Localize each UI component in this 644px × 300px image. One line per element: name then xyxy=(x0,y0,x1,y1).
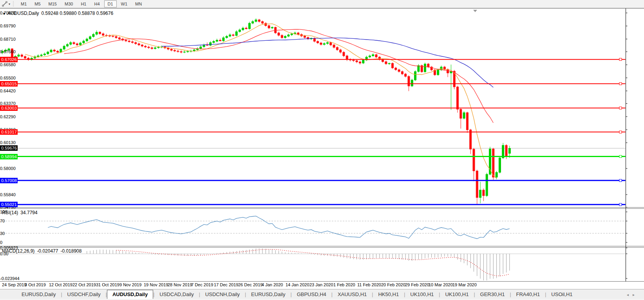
price-tick-label: 0.55840 xyxy=(0,192,17,197)
price-tick-label: 0.68710 xyxy=(0,36,17,42)
price-tick-label: 0.62290 xyxy=(0,114,17,119)
hline-price-tag: 0.67026 xyxy=(0,57,18,62)
date-label: 11 Feb 2020 xyxy=(357,282,381,287)
chart-region: ▼AUDUSD,Daily0.59248 0.59880 0.58878 0.5… xyxy=(0,0,644,300)
chart-tab-usdcnh-daily[interactable]: USDCNH,Daily xyxy=(200,290,245,299)
price-tick-label: 0.69790 xyxy=(0,23,17,29)
chart-tab-gbpusd-h4[interactable]: GBPUSD,H4 xyxy=(292,290,331,299)
chart-tab-usoil-h1[interactable]: USOil,H1 xyxy=(546,290,577,299)
trading-terminal: ▾ M1M5M15M30H1H4D1W1MN ▼AUDUSD,Daily0.59… xyxy=(0,0,644,300)
chart-tab-eurusd-daily[interactable]: EURUSD,Daily xyxy=(246,290,290,299)
chart-canvas[interactable] xyxy=(0,9,626,282)
macd-tick-label: -0.023944 xyxy=(0,276,17,281)
price-tick-label: 0.58000 xyxy=(0,166,17,171)
symbol-tabbar: EURUSD,Daily|USDCHF,Daily|AUDUSD,Daily|U… xyxy=(0,289,644,299)
price-tick-label: 0.66580 xyxy=(0,62,17,67)
chart-tab-ger30-h1[interactable]: GER30,H1 xyxy=(475,290,510,299)
hline-price-tag: 0.55021 xyxy=(0,202,18,207)
chart-tab-uk100-h1[interactable]: UK100,H1 xyxy=(440,290,474,299)
date-label: 23 Jan 2020 xyxy=(309,282,333,287)
macd-pane-label: MACD(12,26,9)-0.020477-0.018908 xyxy=(2,248,81,254)
chart-tab-hk50-h1[interactable]: HK50,H1 xyxy=(373,290,404,299)
date-label: 14 Jan 2020 xyxy=(286,282,309,287)
chart-tab-eurusd-daily[interactable]: EURUSD,Daily xyxy=(16,290,61,299)
chart-tab-usdcad-daily[interactable]: USDCAD,Daily xyxy=(154,290,199,299)
tab-scroll-arrows: ◂▸ xyxy=(627,293,639,299)
symbol-collapse-icon[interactable]: ▼ xyxy=(2,12,6,16)
date-label: 1 Feb 2020 xyxy=(333,282,355,287)
scroll-left-icon[interactable]: ◂ xyxy=(627,293,633,297)
chart-tab-audusd-daily[interactable]: AUDUSD,Daily xyxy=(107,290,153,299)
chart-ohlc-values: 0.59248 0.59880 0.58878 0.59676 xyxy=(42,11,114,16)
price-tick-label: 0.60130 xyxy=(0,140,17,145)
date-label: 10 Mar 2020 xyxy=(429,282,453,287)
date-label: 17 Dec 2019 xyxy=(214,282,238,287)
macd-indicator-name: MACD(12,26,9) xyxy=(2,248,34,254)
rsi-tick-label: 0 xyxy=(0,240,17,245)
rsi-tick-label: 30 xyxy=(0,231,17,236)
chart-title: ▼AUDUSD,Daily0.59248 0.59880 0.58878 0.5… xyxy=(2,11,113,16)
date-label: 26 Dec 2019 xyxy=(238,282,262,287)
price-tick-label: 0.67660 xyxy=(0,49,17,54)
rsi-tick-label: 70 xyxy=(0,218,17,224)
date-label: 20 Feb 2020 xyxy=(381,282,405,287)
chart-tab-usdchf-daily[interactable]: USDCHF,Daily xyxy=(62,290,106,299)
rsi-pane-label: RSI(14)34.7794 xyxy=(2,210,38,215)
current-price-tag: 0.59676 xyxy=(0,145,18,151)
date-label: 3 Oct 2019 xyxy=(25,282,46,287)
chart-tab-uk100-h1[interactable]: UK100,H1 xyxy=(405,290,439,299)
chart-symbol: AUDUSD,Daily xyxy=(7,11,39,16)
macd-main-value: -0.020477 xyxy=(37,248,58,254)
hline-price-tag: 0.58994 xyxy=(0,154,18,159)
date-label: 22 Oct 2019 xyxy=(72,282,96,287)
hline-price-tag: 0.65015 xyxy=(0,81,18,87)
date-label: 12 Oct 2019 xyxy=(49,282,72,287)
hline-price-tag: 0.57008 xyxy=(0,178,18,183)
date-label: 7 Dec 2019 xyxy=(191,282,213,287)
rsi-value: 34.7794 xyxy=(20,210,37,215)
date-label: 9 Nov 2019 xyxy=(119,282,141,287)
symbol-tabs: EURUSD,Daily|USDCHF,Daily|AUDUSD,Daily|U… xyxy=(16,290,578,299)
date-label: 19 Nov 2019 xyxy=(144,282,168,287)
date-label: 4 Jan 2020 xyxy=(262,282,283,287)
chart-tab-fra40-h1[interactable]: FRA40,H1 xyxy=(511,290,545,299)
scroll-right-icon[interactable]: ▸ xyxy=(633,293,639,297)
date-label: 19 Mar 2020 xyxy=(452,282,477,287)
date-label: 31 Oct 2019 xyxy=(96,282,119,287)
macd-signal-value: -0.018908 xyxy=(60,248,81,254)
hline-price-tag: 0.63003 xyxy=(0,105,18,111)
date-label: 24 Sep 2019 xyxy=(2,282,26,287)
hline-price-tag: 0.61017 xyxy=(0,129,18,135)
date-label: 28 Nov 2019 xyxy=(168,282,192,287)
date-label: 29 Feb 2020 xyxy=(405,282,429,287)
chart-tab-xauusd-h1[interactable]: XAUUSD,H1 xyxy=(333,290,372,299)
price-tick-label: 0.64420 xyxy=(0,88,17,94)
rsi-indicator-name: RSI(14) xyxy=(2,210,18,215)
price-tick-label: 0.65500 xyxy=(0,75,17,81)
